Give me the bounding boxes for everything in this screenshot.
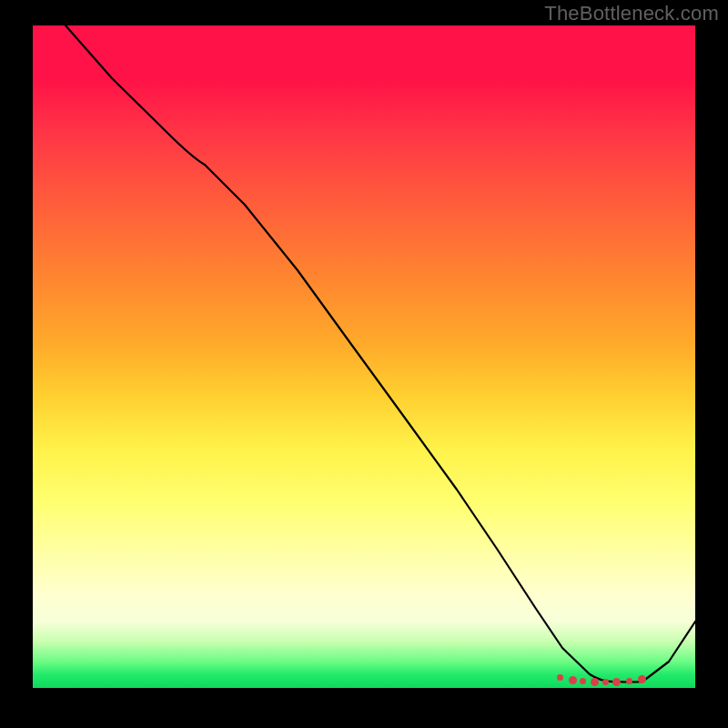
marker-dot xyxy=(569,676,577,684)
marker-dot xyxy=(626,678,632,684)
marker-dot xyxy=(602,679,609,685)
plot-area xyxy=(33,25,695,688)
marker-dot xyxy=(612,678,621,686)
watermark-text: TheBottleneck.com xyxy=(544,2,719,25)
chart-container: TheBottleneck.com xyxy=(0,0,728,728)
optimal-zone-markers xyxy=(33,25,695,688)
marker-dot xyxy=(557,674,563,681)
marker-dot xyxy=(580,678,586,684)
marker-dot xyxy=(638,675,646,683)
marker-dot xyxy=(591,678,599,686)
